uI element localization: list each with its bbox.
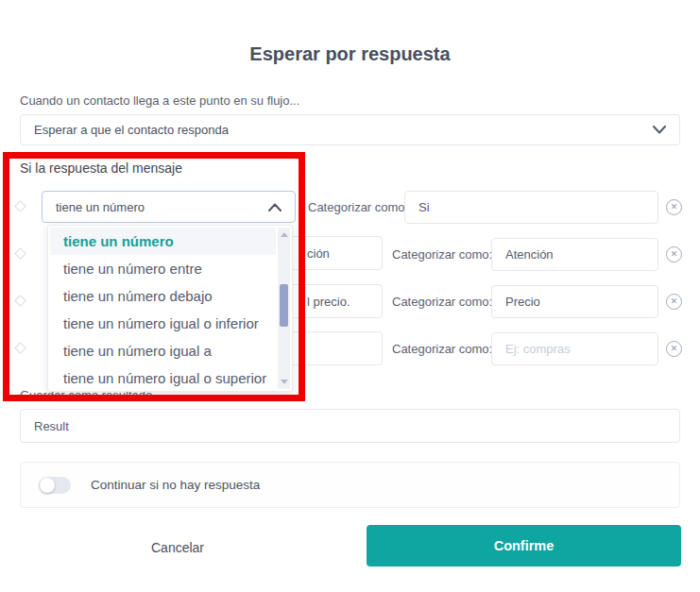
remove-row-icon[interactable]: ✕	[666, 294, 682, 310]
result-input[interactable]	[20, 409, 680, 443]
category-input[interactable]	[491, 332, 658, 365]
categorize-label: Categorizar como:	[392, 247, 492, 262]
scrollbar-thumb[interactable]	[280, 284, 288, 327]
condition-type-select[interactable]: tiene un número	[42, 191, 296, 223]
scroll-up-icon[interactable]	[281, 232, 288, 237]
dropdown-option[interactable]: tiene un número	[50, 228, 276, 255]
continue-toggle-row: Continuar si no hay respuesta	[20, 462, 680, 508]
flow-condition-select-value: Esperar a que el contacto responda	[34, 123, 653, 137]
continue-toggle-label: Continuar si no hay respuesta	[91, 478, 260, 492]
dropdown-option[interactable]: tiene un número debajo	[50, 282, 276, 310]
wait-for-response-modal: Esperar por respuesta Cuando un contacto…	[0, 0, 700, 592]
remove-row-icon[interactable]: ✕	[666, 246, 682, 262]
diamond-handle-icon	[14, 247, 26, 260]
categorize-label: Categorizar como:	[308, 200, 408, 214]
chevron-up-icon	[268, 203, 282, 211]
remove-row-icon[interactable]: ✕	[666, 199, 682, 215]
categorize-label: Categorizar como:	[392, 295, 492, 309]
diamond-handle-icon	[14, 342, 26, 354]
dropdown-option[interactable]: tiene un número igual o inferior	[50, 310, 276, 337]
scroll-down-icon[interactable]	[281, 380, 288, 384]
continue-toggle[interactable]	[39, 477, 71, 494]
page-title: Esperar por respuesta	[0, 43, 700, 65]
remove-row-icon[interactable]: ✕	[666, 341, 682, 357]
chevron-down-icon	[653, 126, 666, 134]
flow-condition-select[interactable]: Esperar a que el contacto responda	[20, 114, 680, 145]
response-condition-label: Si la respuesta del mensaje	[20, 161, 182, 176]
dropdown-option[interactable]: tiene un número entre	[50, 255, 276, 282]
toggle-knob	[40, 478, 55, 493]
category-input[interactable]	[491, 238, 658, 271]
cancel-button[interactable]: Cancelar	[140, 535, 215, 558]
dropdown-option[interactable]: tiene un número igual a	[50, 337, 276, 364]
diamond-handle-icon	[14, 295, 26, 307]
dropdown-scrollbar[interactable]	[278, 228, 290, 389]
condition-type-dropdown: tiene un número tiene un número entre ti…	[47, 225, 293, 392]
category-input[interactable]	[491, 285, 658, 318]
confirm-button[interactable]: Confirme	[367, 525, 681, 567]
dropdown-option[interactable]: tiene un número igual o superior	[50, 364, 276, 392]
diamond-handle-icon	[14, 200, 26, 212]
flow-condition-label: Cuando un contacto llega a este punto en…	[20, 93, 299, 108]
category-input[interactable]	[404, 191, 658, 224]
condition-type-select-value: tiene un número	[56, 200, 268, 214]
categorize-label: Categorizar como:	[392, 342, 492, 356]
